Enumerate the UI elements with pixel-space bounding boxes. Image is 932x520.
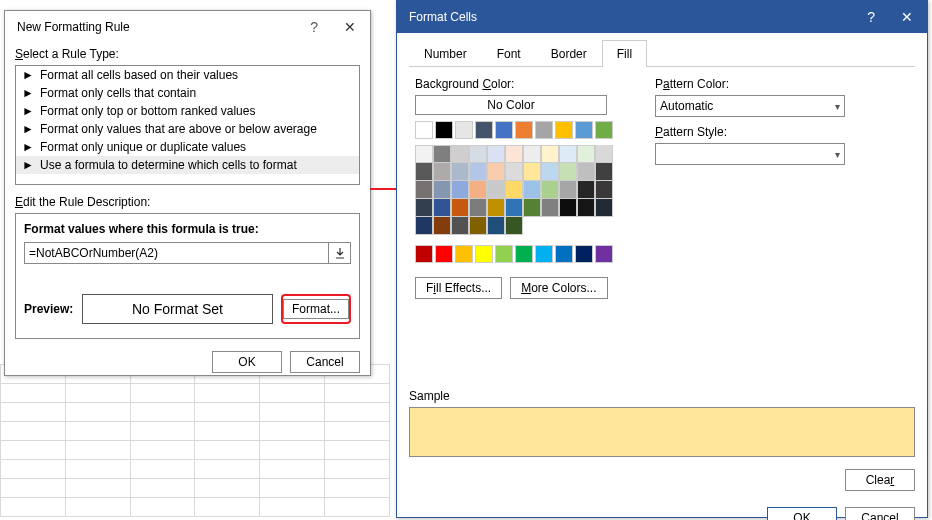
- color-swatch[interactable]: [577, 181, 595, 199]
- color-swatch[interactable]: [455, 245, 473, 263]
- color-swatch[interactable]: [523, 181, 541, 199]
- color-swatch[interactable]: [505, 163, 523, 181]
- color-swatch[interactable]: [415, 245, 433, 263]
- color-swatch[interactable]: [435, 245, 453, 263]
- color-swatch[interactable]: [469, 217, 487, 235]
- range-picker-icon[interactable]: [329, 242, 351, 264]
- color-swatch[interactable]: [559, 199, 577, 217]
- rule-type-item[interactable]: ►Format only top or bottom ranked values: [16, 102, 359, 120]
- color-swatch[interactable]: [487, 163, 505, 181]
- color-swatch[interactable]: [595, 121, 613, 139]
- color-swatch[interactable]: [433, 217, 451, 235]
- color-swatch[interactable]: [451, 181, 469, 199]
- color-swatch[interactable]: [469, 163, 487, 181]
- color-swatch[interactable]: [469, 145, 487, 163]
- color-swatch[interactable]: [451, 199, 469, 217]
- color-swatch[interactable]: [451, 145, 469, 163]
- color-swatch[interactable]: [495, 245, 513, 263]
- formula-input[interactable]: [24, 242, 329, 264]
- color-swatch[interactable]: [595, 181, 613, 199]
- tab-fill[interactable]: Fill: [602, 40, 647, 67]
- color-swatch[interactable]: [577, 163, 595, 181]
- cancel-button[interactable]: Cancel: [290, 351, 360, 373]
- color-swatch[interactable]: [575, 245, 593, 263]
- no-color-button[interactable]: No Color: [415, 95, 607, 115]
- color-swatch[interactable]: [451, 163, 469, 181]
- rule-type-item[interactable]: ►Use a formula to determine which cells …: [16, 156, 359, 174]
- color-swatch[interactable]: [435, 121, 453, 139]
- color-swatch[interactable]: [415, 181, 433, 199]
- help-icon[interactable]: ?: [867, 9, 875, 25]
- color-swatch[interactable]: [455, 121, 473, 139]
- color-swatch[interactable]: [415, 199, 433, 217]
- pattern-color-combo[interactable]: Automatic ▾: [655, 95, 845, 117]
- color-swatch[interactable]: [523, 199, 541, 217]
- clear-button[interactable]: Clear: [845, 469, 915, 491]
- color-swatch[interactable]: [595, 245, 613, 263]
- tab-font[interactable]: Font: [482, 40, 536, 67]
- color-swatch[interactable]: [559, 145, 577, 163]
- pattern-style-combo[interactable]: ▾: [655, 143, 845, 165]
- dialog-title: New Formatting Rule: [17, 20, 130, 34]
- color-swatch[interactable]: [487, 199, 505, 217]
- color-swatch[interactable]: [415, 145, 433, 163]
- color-swatch[interactable]: [577, 199, 595, 217]
- color-swatch[interactable]: [505, 145, 523, 163]
- color-swatch[interactable]: [487, 181, 505, 199]
- color-swatch[interactable]: [595, 163, 613, 181]
- color-swatch[interactable]: [475, 245, 493, 263]
- standard-color-row: [415, 245, 625, 263]
- color-swatch[interactable]: [433, 199, 451, 217]
- color-swatch[interactable]: [577, 145, 595, 163]
- color-swatch[interactable]: [559, 163, 577, 181]
- color-swatch[interactable]: [535, 121, 553, 139]
- color-swatch[interactable]: [523, 145, 541, 163]
- color-swatch[interactable]: [505, 217, 523, 235]
- color-swatch[interactable]: [415, 217, 433, 235]
- color-swatch[interactable]: [541, 181, 559, 199]
- color-swatch[interactable]: [469, 181, 487, 199]
- color-swatch[interactable]: [541, 199, 559, 217]
- color-swatch[interactable]: [475, 121, 493, 139]
- close-icon[interactable]: ✕: [895, 7, 919, 27]
- color-swatch[interactable]: [515, 245, 533, 263]
- rule-type-item[interactable]: ►Format only unique or duplicate values: [16, 138, 359, 156]
- help-icon[interactable]: ?: [310, 19, 318, 35]
- color-swatch[interactable]: [505, 181, 523, 199]
- color-swatch[interactable]: [555, 121, 573, 139]
- color-swatch[interactable]: [433, 163, 451, 181]
- rule-type-item[interactable]: ►Format only cells that contain: [16, 84, 359, 102]
- color-swatch[interactable]: [555, 245, 573, 263]
- color-swatch[interactable]: [469, 199, 487, 217]
- color-swatch[interactable]: [541, 163, 559, 181]
- color-swatch[interactable]: [505, 199, 523, 217]
- more-colors-button[interactable]: More Colors...: [510, 277, 607, 299]
- color-swatch[interactable]: [515, 121, 533, 139]
- color-swatch[interactable]: [575, 121, 593, 139]
- color-swatch[interactable]: [451, 217, 469, 235]
- color-swatch[interactable]: [595, 199, 613, 217]
- color-swatch[interactable]: [535, 245, 553, 263]
- ok-button[interactable]: OK: [212, 351, 282, 373]
- tab-border[interactable]: Border: [536, 40, 602, 67]
- rule-type-item[interactable]: ►Format only values that are above or be…: [16, 120, 359, 138]
- color-swatch[interactable]: [495, 121, 513, 139]
- color-swatch[interactable]: [523, 163, 541, 181]
- cancel-button[interactable]: Cancel: [845, 507, 915, 520]
- color-swatch[interactable]: [433, 145, 451, 163]
- ok-button[interactable]: OK: [767, 507, 837, 520]
- color-swatch[interactable]: [487, 217, 505, 235]
- color-swatch[interactable]: [415, 121, 433, 139]
- color-swatch[interactable]: [433, 181, 451, 199]
- rule-type-item[interactable]: ►Format all cells based on their values: [16, 66, 359, 84]
- rule-type-list[interactable]: ►Format all cells based on their values …: [15, 65, 360, 185]
- color-swatch[interactable]: [595, 145, 613, 163]
- color-swatch[interactable]: [541, 145, 559, 163]
- tab-number[interactable]: Number: [409, 40, 482, 67]
- fill-effects-button[interactable]: Fill Effects...: [415, 277, 502, 299]
- close-icon[interactable]: ✕: [338, 17, 362, 37]
- format-button[interactable]: Format...: [283, 299, 349, 319]
- color-swatch[interactable]: [559, 181, 577, 199]
- color-swatch[interactable]: [487, 145, 505, 163]
- color-swatch[interactable]: [415, 163, 433, 181]
